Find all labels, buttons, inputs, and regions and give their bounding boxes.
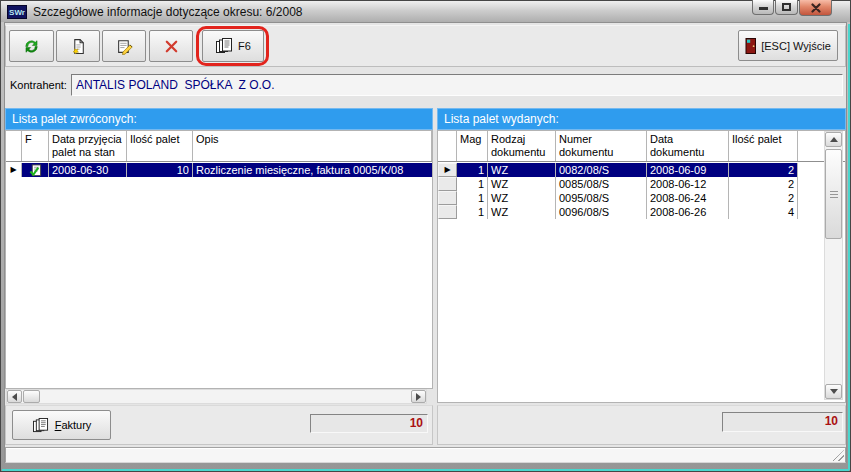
copy-pages-icon: [215, 38, 234, 54]
scroll-left-button[interactable]: [7, 390, 22, 403]
rodzaj-cell: WZ: [488, 163, 556, 177]
scroll-down-button[interactable]: [825, 384, 842, 399]
ilosc-cell: 4: [729, 205, 798, 219]
data-cell: 2008-06-09: [647, 163, 729, 177]
current-row-arrow-icon: ▶: [10, 166, 16, 174]
faktury-button[interactable]: Faktury: [12, 410, 111, 440]
numer-cell: 0082/08/S: [556, 163, 647, 177]
table-row[interactable]: ▶ 1 WZ 0082/08/S 2008-06-09 2: [438, 163, 798, 177]
ilosc-cell: 2: [729, 163, 798, 177]
scroll-left-icon: [12, 393, 17, 401]
issued-pallets-table: Mag Rodzaj dokumentu Numer dokumentu Dat…: [437, 130, 846, 403]
left-table-header-row: F Data przyjęcia palet na stan Ilość pal…: [6, 131, 432, 162]
app-window: SWr Szczegółowe informacje dotyczące okr…: [0, 0, 851, 472]
status-bar: [5, 447, 846, 463]
desktop-edge-bottom: [2, 469, 849, 471]
right-indicator-header: [438, 131, 457, 161]
mag-cell: 1: [457, 205, 488, 219]
rodzaj-cell: WZ: [488, 191, 556, 205]
app-icon: SWr: [7, 5, 27, 19]
row-indicator-cell: [438, 191, 457, 205]
right-total-field: 10: [722, 412, 843, 432]
returned-pallets-table: F Data przyjęcia palet na stan Ilość pal…: [5, 130, 433, 389]
f6-label: F6: [238, 40, 251, 52]
data-cell: 2008-06-26: [647, 205, 729, 219]
scroll-down-icon: [830, 389, 838, 394]
right-table-header-row: Mag Rodzaj dokumentu Numer dokumentu Dat…: [438, 131, 845, 162]
maximize-button[interactable]: [775, 0, 798, 15]
row-indicator-cell: [438, 177, 457, 191]
current-row-arrow-icon: ▶: [444, 166, 450, 174]
col-header-f: F: [22, 131, 49, 161]
table-row[interactable]: 1 WZ 0085/08/S 2008-06-12 2: [438, 177, 798, 191]
ilosc-cell: 2: [729, 191, 798, 205]
refresh-button[interactable]: [9, 30, 54, 62]
col-header-opis: Opis: [193, 131, 432, 161]
left-panel-title: Lista palet zwróconych:: [5, 108, 433, 130]
kontrahent-label: Kontrahent:: [10, 79, 67, 91]
opis-cell: Rozliczenie miesięczne, faktura 0005/K/0…: [193, 163, 432, 177]
title-bar: SWr Szczegółowe informacje dotyczące okr…: [1, 1, 850, 22]
table-row[interactable]: 1 WZ 0096/08/S 2008-06-26 4: [438, 205, 798, 219]
rodzaj-cell: WZ: [488, 205, 556, 219]
faktury-label: Faktury: [55, 419, 92, 431]
new-document-button[interactable]: [56, 30, 100, 62]
exit-button[interactable]: [ESC] Wyjście: [738, 30, 838, 61]
exit-label: [ESC] Wyjście: [761, 40, 831, 52]
col-header-data-przyjecia: Data przyjęcia palet na stan: [49, 131, 127, 161]
scroll-up-icon: [830, 137, 838, 142]
rodzaj-cell: WZ: [488, 177, 556, 191]
new-document-icon: [70, 38, 87, 55]
ilosc-palet-cell: 10: [127, 163, 193, 177]
vscroll-thumb[interactable]: [825, 149, 842, 239]
left-total-field: 10: [310, 414, 428, 433]
left-indicator-header: [6, 131, 22, 161]
f-flag-cell: [22, 163, 49, 177]
data-cell: 2008-06-12: [647, 177, 729, 191]
numer-cell: 0096/08/S: [556, 205, 647, 219]
refresh-icon: [23, 38, 40, 55]
col-header-ilosc-palet: Ilość palet: [127, 131, 193, 161]
right-panel-title: Lista palet wydanych:: [437, 108, 846, 130]
invoices-pages-icon: [32, 418, 50, 433]
copy-f6-button[interactable]: F6: [202, 30, 264, 62]
scroll-right-icon: [416, 393, 421, 401]
close-icon: [811, 3, 821, 13]
data-cell: 2008-06-24: [647, 191, 729, 205]
col-header-mag: Mag: [457, 131, 488, 161]
door-exit-icon: [745, 38, 757, 54]
col-header-rodzaj: Rodzaj dokumentu: [488, 131, 556, 161]
row-indicator-cell: [438, 205, 457, 219]
col-header-data: Data dokumentu: [647, 131, 729, 161]
scroll-right-button[interactable]: [411, 390, 426, 403]
desktop-edge-right: [848, 24, 850, 470]
row-indicator-cell: ▶: [438, 163, 457, 177]
hscroll-thumb[interactable]: [23, 390, 40, 403]
maximize-icon: [782, 3, 791, 11]
minimize-button[interactable]: [752, 0, 774, 15]
right-table-vscrollbar[interactable]: [824, 131, 843, 400]
col-header-numer: Numer dokumentu: [556, 131, 647, 161]
row-indicator-cell: ▶: [6, 163, 22, 177]
scroll-up-button[interactable]: [825, 132, 842, 147]
kontrahent-field[interactable]: ANTALIS POLAND SPÓŁKA Z O.O.: [71, 74, 843, 96]
numer-cell: 0085/08/S: [556, 177, 647, 191]
edit-document-button[interactable]: [102, 30, 146, 62]
close-button[interactable]: [799, 0, 832, 16]
minimize-icon: [759, 7, 768, 10]
ilosc-cell: 2: [729, 177, 798, 191]
mag-cell: 1: [457, 163, 488, 177]
mag-cell: 1: [457, 177, 488, 191]
col-header-ilosc: Ilość palet: [729, 131, 798, 161]
data-przyjecia-cell: 2008-06-30: [49, 163, 127, 177]
mag-cell: 1: [457, 191, 488, 205]
numer-cell: 0095/08/S: [556, 191, 647, 205]
delete-icon: [164, 39, 179, 54]
window-title: Szczegółowe informacje dotyczące okresu:…: [33, 5, 302, 19]
table-row[interactable]: ▶ 2008-06-30 10 Rozliczenie miesięczne, …: [6, 163, 432, 177]
thumb-grip-icon: [830, 191, 838, 198]
left-table-hscrollbar[interactable]: [6, 389, 427, 404]
doc-check-icon: [29, 164, 42, 177]
delete-button[interactable]: [149, 30, 193, 62]
table-row[interactable]: 1 WZ 0095/08/S 2008-06-24 2: [438, 191, 798, 205]
